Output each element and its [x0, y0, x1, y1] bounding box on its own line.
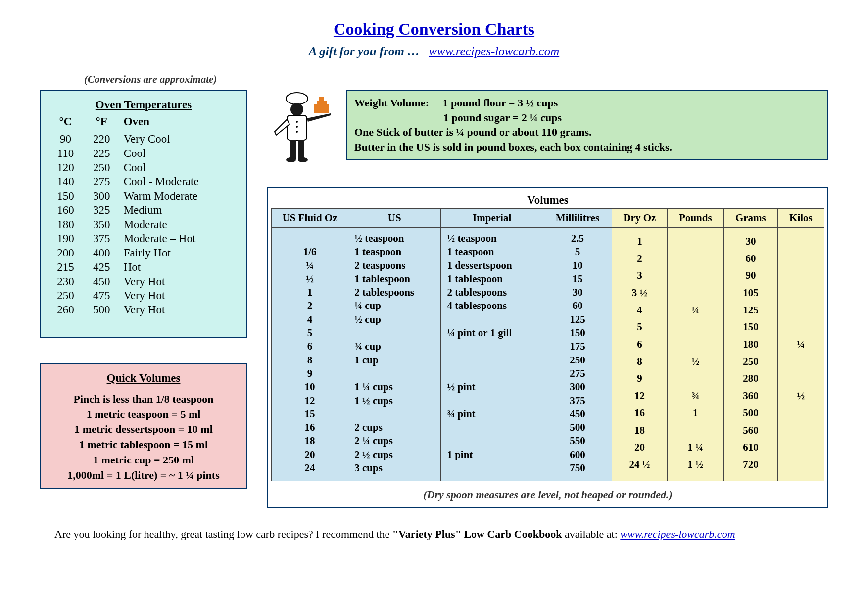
svg-rect-8	[319, 97, 324, 101]
footer-book: "Variety Plus" Low Carb Cookbook	[392, 528, 562, 540]
quick-line: 1,000ml = 1 L(litre) = ~ 1 ¼ pints	[48, 468, 240, 483]
v-oz: 8	[272, 354, 348, 367]
volumes-dry-row: 201 ¼610	[612, 439, 824, 457]
volumes-row: 6¾ cup175	[272, 340, 612, 353]
oven-row: 120250Cool	[48, 161, 240, 175]
v-g: 280	[723, 370, 777, 388]
v-ml: 30	[543, 286, 612, 299]
v-lb	[667, 250, 723, 267]
oven-title: Oven Temperatures	[48, 99, 240, 111]
v-imp: 4 tablespoons	[441, 299, 543, 312]
v-doz	[612, 473, 667, 481]
v-lb: ¾	[667, 387, 723, 405]
v-imp	[441, 340, 543, 353]
volumes-row: 81 cup250	[272, 354, 612, 367]
v-us: 1 teaspoon	[348, 245, 441, 258]
v-lb	[667, 319, 723, 336]
oven-c: 140	[48, 175, 84, 189]
v-oz: 15	[272, 408, 348, 421]
v-kg	[777, 422, 824, 439]
oven-c: 160	[48, 204, 84, 218]
volumes-row: 4½ cup125	[272, 313, 612, 326]
oven-c: 180	[48, 218, 84, 232]
v-lb: ½	[667, 353, 723, 370]
v-lb	[667, 473, 723, 481]
v-imp: ½ pint	[441, 380, 543, 394]
volumes-dry-row	[612, 473, 824, 481]
volumes-row: 1/61 teaspoon1 teaspoon5	[272, 245, 612, 258]
v-kg	[777, 267, 824, 285]
v-oz: ¼	[272, 259, 348, 272]
weight-volume-box: Weight Volume: 1 pound flour = 3 ½ cups …	[346, 90, 828, 160]
volumes-row: 121 ½ cups375	[272, 394, 612, 408]
volumes-liquid-table: US Fluid Oz US Imperial Millilitres ½ te…	[272, 209, 612, 481]
oven-f: 450	[84, 275, 120, 289]
v-oz: 5	[272, 326, 348, 340]
oven-row: 200400Fairly Hot	[48, 246, 240, 260]
v-oz: 1/6	[272, 245, 348, 258]
svg-point-3	[296, 121, 298, 123]
volumes-dry-row: 390	[612, 267, 824, 285]
v-imp: 1 tablespoon	[441, 272, 543, 286]
v-us: 1 ¼ cups	[348, 380, 441, 394]
v-us: 2 tablespoons	[348, 286, 441, 299]
volumes-dry-row: 18560	[612, 422, 824, 439]
oven-c: 200	[48, 246, 84, 260]
oven-f: 375	[84, 232, 120, 246]
oven-f: 300	[84, 189, 120, 204]
v-doz: 24 ½	[612, 456, 667, 473]
volumes-row: 15¾ pint450	[272, 408, 612, 421]
oven-desc: Fairly Hot	[120, 246, 240, 260]
v-doz: 6	[612, 336, 667, 353]
v-us: 1 tablespoon	[348, 272, 441, 286]
v-doz: 5	[612, 319, 667, 336]
v-g: 150	[723, 319, 777, 336]
volumes-dry-row: 260	[612, 250, 824, 267]
wv-sugar: 1 pound sugar = 2 ¼ cups	[354, 110, 820, 125]
oven-temperatures-box: Oven Temperatures °C °F Oven 90220Very C…	[40, 90, 247, 338]
oven-c: 230	[48, 275, 84, 289]
vh-pounds: Pounds	[667, 209, 723, 228]
quick-volumes-box: Quick Volumes Pinch is less than 1/8 tea…	[40, 363, 247, 489]
quick-line: 1 metric tablespoon = 15 ml	[48, 437, 240, 453]
volumes-row: 9275	[272, 367, 612, 380]
svg-point-1	[290, 103, 303, 116]
v-ml: 150	[543, 326, 612, 340]
v-kg	[777, 284, 824, 302]
quick-title: Quick Volumes	[48, 372, 240, 385]
v-kg	[777, 370, 824, 388]
v-ml: 500	[543, 421, 612, 434]
v-kg	[777, 439, 824, 457]
oven-desc: Very Cool	[120, 132, 240, 147]
v-oz: 6	[272, 340, 348, 353]
v-kg	[777, 353, 824, 370]
v-kg	[777, 228, 824, 233]
svg-point-12	[298, 157, 308, 162]
site-link[interactable]: www.recipes-lowcarb.com	[429, 45, 559, 58]
volumes-row: 162 cups500	[272, 421, 612, 434]
volumes-row: 243 cups750	[272, 461, 612, 481]
wv-label: Weight Volume:	[354, 97, 429, 109]
v-imp: 1 teaspoon	[441, 245, 543, 258]
v-oz	[272, 228, 348, 246]
oven-row: 230450Very Hot	[48, 275, 240, 289]
svg-point-5	[296, 131, 298, 133]
v-us: ½ teaspoon	[348, 228, 441, 246]
footer-avail: available at:	[565, 528, 620, 540]
volumes-dry-row: 130	[612, 233, 824, 250]
oven-desc: Very Hot	[120, 289, 240, 303]
volumes-row: 12 tablespoons2 tablespoons30	[272, 286, 612, 299]
footer-link[interactable]: www.recipes-lowcarb.com	[620, 528, 735, 540]
oven-f: 350	[84, 218, 120, 232]
svg-point-0	[286, 93, 308, 104]
v-us: 2 ¼ cups	[348, 434, 441, 448]
v-doz: 3 ½	[612, 284, 667, 302]
v-us: 1 ½ cups	[348, 394, 441, 408]
volumes-dry-row: 24 ½1 ½720	[612, 456, 824, 473]
oven-header-c: °C	[48, 114, 84, 132]
v-us: 1 cup	[348, 354, 441, 367]
wv-flour: 1 pound flour = 3 ½ cups	[442, 97, 558, 109]
subtitle-prefix: A gift for you from …	[309, 45, 420, 58]
v-doz: 18	[612, 422, 667, 439]
oven-c: 260	[48, 303, 84, 317]
